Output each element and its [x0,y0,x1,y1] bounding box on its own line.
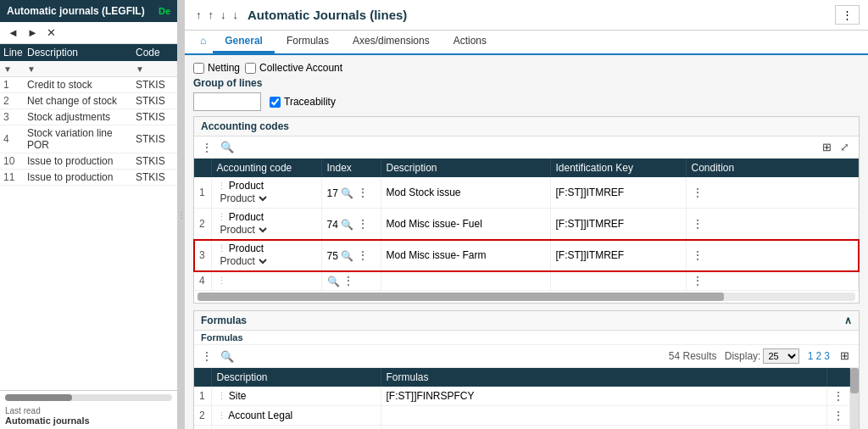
tab-general[interactable]: General [213,31,275,53]
netting-label: Netting [208,62,240,74]
panel-splitter[interactable]: ⋮ [178,0,185,429]
index-search-btn[interactable]: 🔍 [341,187,353,199]
ac-horizontal-scrollbar[interactable] [198,292,855,301]
close-left-btn[interactable]: ✕ [44,25,58,40]
display-select[interactable]: 25 50 100 [763,348,799,364]
tabs-bar: ⌂ General Formulas Axes/dimensions Actio… [185,31,868,55]
nav-right-btn[interactable]: ► [25,25,41,40]
group-of-lines-input[interactable] [193,92,261,111]
tab-axes[interactable]: Axes/dimensions [341,31,442,53]
tab-formulas[interactable]: Formulas [275,31,341,53]
f-row-num: 3 [194,426,211,430]
index-search-btn[interactable]: 🔍 [341,219,353,231]
formula-row-dots[interactable]: ⋮ [832,389,844,403]
formulas-toolbar-dots[interactable]: ⋮ [201,349,213,363]
header-menu-btn[interactable]: ⋮ [835,5,860,25]
tab-actions[interactable]: Actions [442,31,498,53]
formulas-results-info: 54 Results Display: 25 50 100 1 2 3 ⊞ [669,348,852,364]
left-table-row[interactable]: 3 Stock adjustments STKIS [0,109,177,125]
ac-row-num: 1 [194,177,211,209]
formulas-search-btn[interactable]: 🔍 [218,349,236,364]
row-description: Credit to stock [27,79,136,91]
ac-table-row[interactable]: 4 ⋮ 🔍 ⋮ ⋮ [194,271,859,291]
row-action-dots[interactable]: ⋮ [692,186,704,199]
ac-row-accounting-code: ⋮ Product Product [211,240,321,271]
drag-handle[interactable]: ⋮ [217,181,226,191]
row-action-dots[interactable]: ⋮ [692,274,704,287]
drag-handle[interactable]: ⋮ [217,243,226,254]
nav-arrows: ↑ ↑ ↓ ↓ [193,8,241,22]
ac-code-select[interactable]: Product [217,223,270,237]
accounting-codes-section: Accounting codes ⋮ 🔍 ⊞ ⤢ Accounting code… [193,116,860,304]
ac-row-index: 74 🔍 ⋮ [321,209,381,240]
row-code: STKIS [136,79,174,91]
ac-table-row[interactable]: 2 ⋮ Product Product 74 🔍 ⋮ Mod Misc issu… [194,209,859,240]
formulas-table-body: 1 ⋮ Site [F:ST]]FINRSPFCY ⋮ 2 ⋮ Account … [194,387,850,429]
row-line: 1 [3,79,27,91]
nav-down-btn[interactable]: ↓ [218,8,229,22]
row-dots[interactable]: ⋮ [357,217,369,231]
left-panel-title: Automatic journals (LEGFIL) De [0,0,177,22]
breadcrumb-home-icon[interactable]: ⌂ [193,31,213,53]
filter-code-icon: ▼ [136,64,144,74]
left-table-row[interactable]: 2 Net change of stock STKIS [0,93,177,109]
row-action-dots[interactable]: ⋮ [692,217,704,231]
left-table-row[interactable]: 1 Credit to stock STKIS [0,77,177,93]
formula-row-dots[interactable]: ⋮ [832,409,844,422]
row-description: Issue to production [27,171,136,183]
row-dots[interactable]: ⋮ [357,248,369,262]
collective-label: Collective Account [259,62,342,74]
drag-handle[interactable]: ⋮ [217,391,226,401]
nav-up2-btn[interactable]: ↑ [206,8,217,22]
index-search-btn[interactable]: 🔍 [327,276,340,287]
row-description: Stock adjustments [27,111,136,123]
ac-layers-btn[interactable]: ⊞ [820,140,834,154]
ac-table-body: 1 ⋮ Product Product 17 🔍 ⋮ Mod Stock iss… [194,177,859,291]
f-row-actions: ⋮ [827,406,850,426]
f-row-actions: ⋮ [827,387,850,406]
drag-handle[interactable]: ⋮ [217,276,226,286]
collective-checkbox[interactable] [245,63,256,74]
left-table-row[interactable]: 10 Issue to production STKIS [0,153,177,170]
formulas-header[interactable]: Formulas ∧ [194,311,859,331]
ac-toolbar-dots[interactable]: ⋮ [201,141,213,154]
page-1[interactable]: 1 [808,350,814,362]
formulas-table-row[interactable]: 1 ⋮ Site [F:ST]]FINRSPFCY ⋮ [194,387,850,406]
ac-code-select[interactable]: Product [217,254,270,268]
th-description: Description [381,159,550,177]
ac-row-accounting-code: ⋮ [211,271,321,291]
ac-row-description: Mod Misc issue- Fuel [381,209,550,240]
formulas-vertical-scrollbar[interactable] [850,368,859,429]
ac-resize-btn[interactable]: ⤢ [837,140,852,154]
drag-handle[interactable]: ⋮ [217,212,226,222]
index-search-btn[interactable]: 🔍 [341,250,353,262]
formulas-table-wrapper: Description Formulas 1 ⋮ Site [F:ST]]FIN… [194,368,859,429]
f-row-num: 1 [194,387,211,406]
row-action-dots[interactable]: ⋮ [692,248,704,262]
row-dots[interactable]: ⋮ [357,186,369,199]
ac-row-accounting-code: ⋮ Product Product [211,177,321,209]
page-3[interactable]: 3 [824,350,830,362]
ac-table-row[interactable]: 1 ⋮ Product Product 17 🔍 ⋮ Mod Stock iss… [194,177,859,209]
left-table-row[interactable]: 4 Stock variation line POR STKIS [0,125,177,153]
col-header-code: Code [136,47,174,58]
nav-up-btn[interactable]: ↑ [193,8,204,22]
ac-search-btn[interactable]: 🔍 [218,140,236,154]
formulas-table-row[interactable]: 3 ⋮ Account Analytical ⋮ [194,426,850,430]
ac-row-index: 75 🔍 ⋮ [321,240,381,271]
row-code: STKIS [136,111,174,123]
drag-handle[interactable]: ⋮ [217,410,226,421]
nav-left-btn[interactable]: ◄ [5,25,21,40]
left-table-row[interactable]: 11 Issue to production STKIS [0,170,177,186]
traceability-label-wrap: Traceability [270,96,336,108]
ac-code-select[interactable]: Product [217,192,270,205]
formulas-layers-btn[interactable]: ⊞ [837,348,852,363]
row-dots[interactable]: ⋮ [342,274,354,287]
formulas-table-row[interactable]: 2 ⋮ Account Legal ⋮ [194,406,850,426]
nav-down2-btn[interactable]: ↓ [231,8,242,22]
f-row-description: ⋮ Account Analytical [211,426,381,430]
netting-checkbox[interactable] [193,63,204,74]
page-2[interactable]: 2 [815,350,821,362]
traceability-checkbox[interactable] [270,97,281,108]
ac-table-row[interactable]: 3 ⋮ Product Product 75 🔍 ⋮ Mod Misc issu… [194,240,859,271]
